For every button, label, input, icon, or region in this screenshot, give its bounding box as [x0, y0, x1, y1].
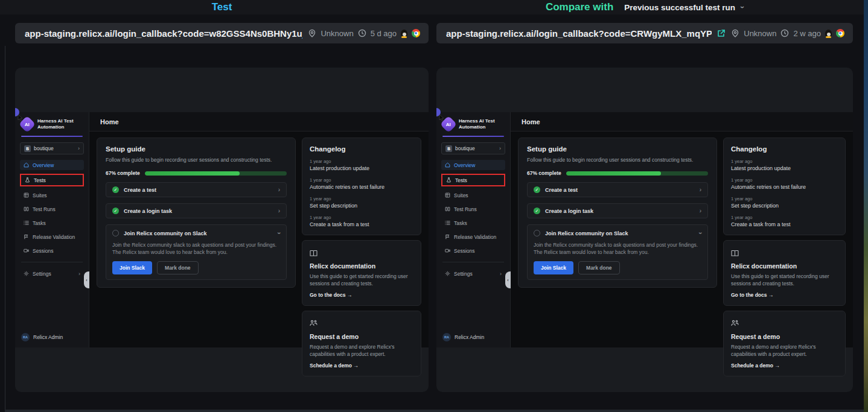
sidebar-item-overview[interactable]: Overview — [20, 160, 84, 170]
flag-icon — [445, 234, 450, 239]
schedule-demo-link[interactable]: Schedule a demo → — [731, 363, 838, 369]
go-to-docs-link[interactable]: Go to the docs → — [731, 292, 838, 298]
project-selector[interactable]: B boutique › — [441, 142, 505, 154]
sidebar-item-tasks[interactable]: Tasks — [20, 218, 84, 228]
app-screenshot: AI Harness AI Test Automation B boutique… — [15, 112, 429, 347]
mark-done-button[interactable]: Mark done — [578, 261, 620, 274]
documentation-card: Relicx documentation Use this guide to g… — [723, 240, 846, 306]
sidebar-item-test-runs[interactable]: Test Runs — [441, 204, 505, 214]
gear-icon — [24, 271, 29, 276]
info-column: Changelog 1 year ago Latest production u… — [723, 138, 846, 347]
request-demo-card: Request a demo Request a demo and explor… — [723, 311, 846, 376]
columns-icon — [24, 206, 29, 212]
sidebar-item-suites[interactable]: Suites — [441, 190, 505, 200]
test-run-panel: Test › app-staging.relicx.ai/login_callb… — [0, 0, 434, 392]
clock-icon — [358, 29, 366, 37]
user-row[interactable]: RA Relicx Admin — [441, 333, 505, 341]
compare-run-selector[interactable]: Previous successful test run › — [624, 3, 744, 12]
join-slack-button[interactable]: Join Slack — [534, 261, 573, 274]
brand: AI Harness AI Test Automation — [20, 118, 84, 130]
flask-icon — [446, 177, 452, 183]
sidebar-item-sessions[interactable]: Sessions — [20, 246, 84, 256]
chevron-right-icon: › — [278, 208, 280, 214]
app-header: Home — [89, 112, 429, 132]
slack-item-header[interactable]: Join Relicx community on Slack › — [112, 230, 280, 236]
slack-buttons: Join Slack Mark done — [534, 261, 701, 274]
chevron-down-icon: › — [738, 6, 747, 8]
slack-buttons: Join Slack Mark done — [112, 261, 280, 274]
screenshot-viewer: AI Harness AI Test Automation B boutique… — [15, 68, 429, 392]
chevron-down-icon: › — [276, 232, 282, 234]
page-title: Home — [522, 118, 540, 125]
url-bar: app-staging.relicx.ai/login_callback?cod… — [15, 23, 429, 43]
window-bottom-edge — [5, 410, 864, 412]
changelog-entry[interactable]: 1 year ago Latest production update — [310, 159, 413, 171]
user-row[interactable]: RA Relicx Admin — [20, 333, 84, 341]
url-text[interactable]: app-staging.relicx.ai/login_callback?cod… — [25, 28, 302, 39]
setup-guide-card: Setup guide Follow this guide to begin r… — [97, 138, 296, 288]
brand-divider — [442, 136, 504, 137]
changelog-card: Changelog 1 year ago Latest production u… — [302, 138, 421, 235]
setup-progress: 67% complete — [527, 170, 708, 176]
sidebar-item-settings[interactable]: Settings › — [441, 268, 505, 279]
request-demo-card: Request a demo Request a demo and explor… — [302, 311, 421, 376]
checklist-item-create-test[interactable]: ✓ Create a test › — [527, 182, 708, 197]
schedule-demo-link[interactable]: Schedule a demo → — [310, 363, 413, 369]
sidebar-item-release-validation[interactable]: Release Validation — [441, 232, 505, 242]
panel-header: Test › — [15, 0, 429, 14]
changelog-card: Changelog 1 year ago Latest production u… — [723, 138, 846, 235]
unchecked-circle-icon — [112, 230, 119, 236]
flask-icon — [25, 177, 30, 183]
flag-icon — [24, 234, 29, 239]
cursor-arrow-icon — [18, 115, 23, 121]
sidebar-item-tests[interactable]: Tests — [20, 174, 84, 186]
compare-run-selector-label: Previous successful test run — [624, 3, 735, 12]
changelog-entry[interactable]: 1 year ago Automatic retries on test fai… — [310, 177, 413, 190]
sidebar-collapse-handle[interactable]: ‹ — [84, 271, 89, 288]
app-sidebar: AI Harness AI Test Automation B boutique… — [15, 112, 89, 347]
checklist-item-join-slack: Join Relicx community on Slack › Join th… — [106, 224, 287, 280]
sidebar-item-overview[interactable]: Overview — [441, 160, 505, 170]
list-icon — [445, 220, 450, 226]
sidebar-collapse-handle[interactable]: ‹ — [505, 271, 511, 288]
url-text[interactable]: app-staging.relicx.ai/login_callback?cod… — [446, 28, 712, 39]
changelog-entry[interactable]: 1 year ago Create a task from a test — [731, 215, 838, 227]
sidebar-item-tests[interactable]: Tests — [441, 174, 505, 186]
changelog-entry[interactable]: 1 year ago Automatic retries on test fai… — [731, 177, 838, 190]
test-run-panel: Compare with Previous successful test ru… — [434, 0, 868, 392]
url-metadata: Unknown 2 w ago — [731, 29, 844, 38]
sidebar-item-tasks[interactable]: Tasks — [441, 218, 505, 228]
go-to-docs-link[interactable]: Go to the docs → — [310, 292, 413, 298]
changelog-entry[interactable]: 1 year ago Latest production update — [731, 159, 838, 171]
changelog-entry[interactable]: 1 year ago Set step description — [731, 196, 838, 209]
changelog-entry[interactable]: 1 year ago Create a task from a test — [310, 215, 413, 227]
video-icon — [445, 248, 450, 253]
changelog-entry[interactable]: 1 year ago Set step description — [310, 196, 413, 209]
app-content: Setup guide Follow this guide to begin r… — [511, 132, 853, 347]
mark-done-button[interactable]: Mark done — [157, 261, 199, 274]
check-circle-icon: ✓ — [534, 186, 540, 193]
join-slack-button[interactable]: Join Slack — [112, 261, 152, 274]
sidebar-item-settings[interactable]: Settings › — [20, 268, 84, 279]
chevron-right-icon: › — [278, 186, 280, 193]
checklist-item-create-test[interactable]: ✓ Create a test › — [106, 182, 287, 197]
book-icon — [731, 250, 739, 256]
sidebar-item-sessions[interactable]: Sessions — [441, 246, 505, 256]
sidebar-item-suites[interactable]: Suites — [20, 190, 84, 200]
checklist-item-create-login-task[interactable]: ✓ Create a login task › — [106, 203, 287, 218]
project-selector[interactable]: B boutique › — [20, 142, 84, 154]
grid-icon — [24, 192, 29, 198]
external-link-icon[interactable] — [717, 29, 726, 37]
checklist-item-create-login-task[interactable]: ✓ Create a login task › — [527, 203, 708, 218]
home-icon — [445, 162, 450, 168]
chevron-right-icon: › — [78, 271, 80, 277]
url-bar: app-staging.relicx.ai/login_callback?cod… — [436, 23, 853, 43]
people-icon — [731, 320, 739, 327]
setup-progress: 67% complete — [106, 170, 287, 176]
url-metadata: Unknown 5 d ago — [308, 29, 420, 38]
documentation-card: Relicx documentation Use this guide to g… — [302, 240, 421, 306]
slack-item-header[interactable]: Join Relicx community on Slack › — [534, 230, 701, 236]
progress-bar — [566, 171, 708, 176]
sidebar-item-test-runs[interactable]: Test Runs — [20, 204, 84, 214]
sidebar-item-release-validation[interactable]: Release Validation — [20, 232, 84, 242]
